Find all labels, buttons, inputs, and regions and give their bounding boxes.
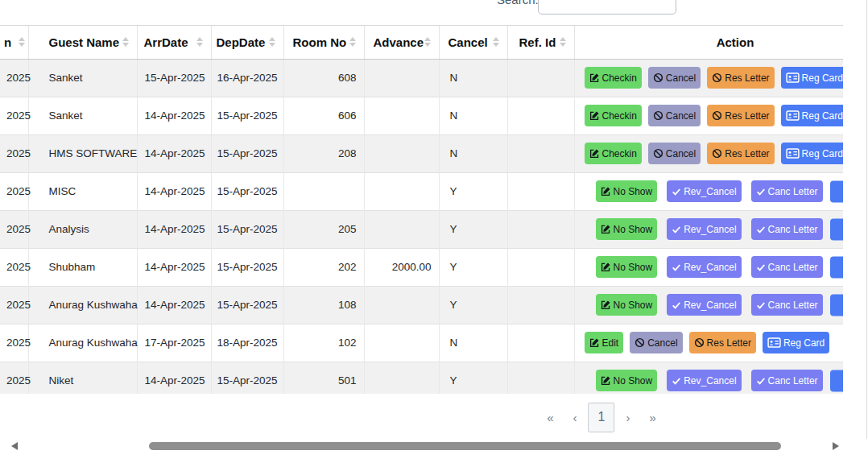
cell-action: No ShowRev_CancelCanc Letter — [574, 172, 843, 210]
cell-advance — [364, 324, 439, 362]
no-show-button[interactable]: No Show — [596, 218, 658, 240]
pagination-last-button[interactable]: » — [650, 411, 656, 424]
checkin-button[interactable]: Checkin — [585, 143, 642, 164]
ban-icon — [634, 337, 645, 348]
rev-cancel-button[interactable]: Rev_Cancel — [667, 218, 741, 240]
panel-right-border — [866, 0, 867, 439]
scroll-right-arrow-icon[interactable] — [833, 442, 839, 450]
column-header-guest[interactable]: Guest Name — [28, 26, 137, 59]
cell-resvn: 2025 — [0, 362, 28, 394]
sort-icon — [424, 37, 431, 47]
cell-advance — [364, 286, 439, 324]
rev-cancel-button[interactable]: Rev_Cancel — [667, 180, 741, 202]
pagination-page-1[interactable]: 1 — [589, 403, 615, 432]
pagination-prev-button[interactable]: ‹ — [573, 411, 577, 424]
cell-cancel: N — [439, 59, 507, 97]
column-header-advance[interactable]: Advance — [364, 26, 439, 59]
cell-dep: 15-Apr-2025 — [211, 134, 283, 172]
column-header-arr[interactable]: ArrDate — [137, 26, 211, 59]
res-letter-button[interactable]: Res Letter — [707, 143, 774, 164]
edit-icon — [601, 300, 611, 310]
edit-button[interactable]: Edit — [585, 332, 624, 353]
button-label: Cancel — [666, 110, 696, 122]
sort-icon — [19, 37, 25, 47]
edit-icon — [589, 337, 600, 348]
column-header-dep[interactable]: DepDate — [211, 26, 283, 59]
edit-icon — [601, 224, 611, 234]
reg-card-button[interactable]: Reg Card — [781, 143, 843, 164]
cell-advance — [364, 362, 439, 394]
rev-cancel-button[interactable]: Rev_Cancel — [667, 370, 741, 391]
check-icon — [672, 300, 681, 310]
button-label: Rev_Cancel — [684, 300, 736, 311]
canc-letter-button[interactable]: Canc Letter — [751, 294, 823, 316]
cell-ref — [507, 248, 574, 286]
column-header-action: Action — [574, 26, 843, 59]
cell-advance — [364, 97, 439, 134]
cell-arr: 14-Apr-2025 — [137, 248, 211, 286]
reg-card-button[interactable]: Reg Card — [781, 67, 843, 89]
column-header-room[interactable]: Room No — [283, 26, 364, 59]
canc-letter-button[interactable]: Canc Letter — [751, 370, 823, 391]
no-show-button[interactable]: No Show — [596, 256, 658, 278]
cancel-button[interactable]: Cancel — [648, 143, 701, 164]
button-label: Rev_Cancel — [684, 186, 736, 197]
column-header-ref[interactable]: Ref. Id — [507, 26, 574, 59]
pagination-first-button[interactable]: « — [547, 411, 553, 424]
reg-card-button[interactable]: Reg Card — [763, 332, 829, 353]
table-row: 2025Anurag Kushwaha17-Apr-202518-Apr-202… — [0, 324, 843, 362]
more-button[interactable] — [830, 370, 844, 391]
cell-dep: 15-Apr-2025 — [211, 248, 283, 286]
cell-arr: 14-Apr-2025 — [137, 362, 211, 394]
more-button[interactable] — [830, 256, 844, 278]
more-button[interactable] — [830, 294, 844, 316]
button-label: No Show — [614, 186, 653, 197]
button-label: Canc Letter — [768, 262, 818, 273]
res-letter-button[interactable]: Res Letter — [689, 332, 756, 353]
checkin-button[interactable]: Checkin — [585, 105, 642, 126]
res-letter-button[interactable]: Res Letter — [707, 67, 774, 89]
canc-letter-button[interactable]: Canc Letter — [751, 218, 823, 240]
no-show-button[interactable]: No Show — [596, 294, 658, 316]
button-label: Cancel — [666, 72, 696, 84]
column-header-cancel[interactable]: Cancel — [439, 26, 507, 59]
cell-room: 202 — [283, 248, 364, 286]
no-show-button[interactable]: No Show — [596, 370, 658, 391]
column-header-resvn[interactable]: n — [0, 26, 28, 59]
cell-resvn: 2025 — [0, 172, 28, 210]
cell-guest: Anurag Kushwaha — [28, 324, 137, 362]
cell-guest: Shubham — [28, 248, 137, 286]
pagination-next-button[interactable]: › — [626, 411, 630, 424]
button-label: Canc Letter — [768, 186, 818, 197]
cell-action: No ShowRev_CancelCanc Letter — [574, 210, 843, 248]
search-input[interactable] — [538, 0, 676, 14]
cell-action: EditCancelRes LetterReg Card — [574, 324, 843, 362]
more-button[interactable] — [830, 180, 844, 202]
cell-cancel: Y — [439, 248, 507, 286]
button-label: No Show — [614, 300, 653, 311]
canc-letter-button[interactable]: Canc Letter — [751, 256, 823, 278]
cancel-button[interactable]: Cancel — [648, 105, 701, 126]
cancel-button[interactable]: Cancel — [648, 67, 701, 89]
cell-room — [283, 172, 364, 210]
checkin-button[interactable]: Checkin — [585, 67, 642, 89]
cell-action: No ShowRev_CancelCanc Letter — [574, 286, 843, 324]
rev-cancel-button[interactable]: Rev_Cancel — [667, 256, 741, 278]
cell-cancel: N — [439, 97, 507, 134]
reg-card-button[interactable]: Reg Card — [781, 105, 843, 126]
sort-icon — [269, 37, 275, 47]
scroll-left-arrow-icon[interactable] — [11, 442, 18, 450]
action-buttons: No ShowRev_CancelCanc Letter — [575, 173, 844, 210]
no-show-button[interactable]: No Show — [596, 180, 658, 202]
scrollbar-thumb[interactable] — [149, 442, 781, 450]
cell-cancel: Y — [439, 286, 507, 324]
column-label: Action — [717, 35, 754, 49]
cancel-button[interactable]: Cancel — [630, 332, 682, 353]
table-row: 2025HMS SOFTWARE14-Apr-202515-Apr-202520… — [0, 134, 843, 172]
res-letter-button[interactable]: Res Letter — [707, 105, 774, 126]
cell-arr: 14-Apr-2025 — [137, 210, 211, 248]
rev-cancel-button[interactable]: Rev_Cancel — [667, 294, 741, 316]
more-button[interactable] — [830, 218, 844, 240]
canc-letter-button[interactable]: Canc Letter — [751, 180, 823, 202]
button-label: Reg Card — [802, 110, 843, 122]
